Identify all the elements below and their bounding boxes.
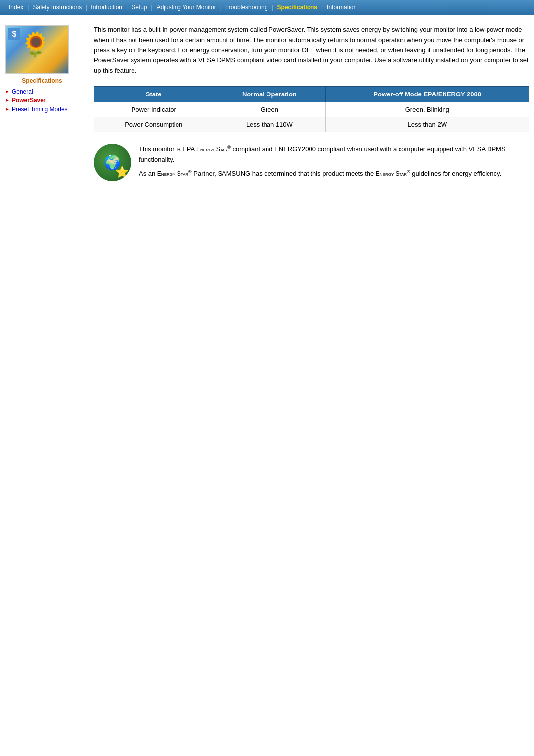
table-cell-1-2: Less than 2W [326,117,529,132]
sidebar-link-preset[interactable]: ► Preset Timing Modes [5,106,79,113]
table-cell-0-1: Green [213,102,326,117]
energy-logo-graphic: 🌍 [94,144,131,181]
sidebar-link-label-preset: Preset Timing Modes [12,106,68,113]
nav-information[interactable]: Information [323,3,360,12]
arrow-icon-preset: ► [5,106,10,112]
nav-index[interactable]: Index [5,3,27,12]
sidebar-link-label-powersaver: PowerSaver [12,97,46,104]
energy-star-section: 🌍 This monitor is EPA Energy Star® compl… [94,144,529,182]
nav-adjusting[interactable]: Adjusting Your Monitor [153,3,220,12]
table-cell-1-0: Power Consumption [94,117,213,132]
sidebar: Specifications ► General ► PowerSaver ► … [5,25,84,182]
sidebar-link-powersaver[interactable]: ► PowerSaver [5,97,79,104]
nav-specifications[interactable]: Specifications [273,3,321,12]
intro-paragraph: This monitor has a built-in power manage… [94,25,529,76]
table-header-poweroff: Power-off Mode EPA/ENERGY 2000 [326,86,529,102]
arrow-icon-powersaver: ► [5,97,10,103]
power-table: State Normal Operation Power-off Mode EP… [94,86,529,132]
table-cell-1-1: Less than 110W [213,117,326,132]
energy-para1: This monitor is EPA Energy Star® complia… [139,144,529,165]
nav-intro[interactable]: Introduction [87,3,126,12]
sidebar-link-general[interactable]: ► General [5,88,79,95]
navigation-bar: Index | Safety Instructions | Introducti… [0,0,534,15]
table-row: Power IndicatorGreenGreen, Blinking [94,102,529,117]
table-header-normal: Normal Operation [213,86,326,102]
table-body: Power IndicatorGreenGreen, BlinkingPower… [94,102,529,132]
table-cell-0-0: Power Indicator [94,102,213,117]
energy-star-text: This monitor is EPA Energy Star® complia… [139,144,529,182]
main-content: This monitor has a built-in power manage… [84,25,529,182]
nav-setup[interactable]: Setup [128,3,151,12]
sidebar-link-label-general: General [12,88,33,95]
arrow-icon-general: ► [5,89,10,94]
energy-star-label-1: Energy Star [196,146,227,153]
energy-para2: As an Energy Star® Partner, SAMSUNG has … [139,168,529,179]
energy-star-label-2: Energy Star [157,170,188,177]
energy-star-label-3: Energy Star [376,170,407,177]
table-cell-0-2: Green, Blinking [326,102,529,117]
sidebar-product-image [5,25,69,74]
table-header-state: State [94,86,213,102]
nav-troubleshooting[interactable]: Troubleshooting [222,3,272,12]
main-layout: Specifications ► General ► PowerSaver ► … [0,15,534,192]
table-row: Power ConsumptionLess than 110WLess than… [94,117,529,132]
energy-star-logo: 🌍 [94,144,131,181]
table-header-row: State Normal Operation Power-off Mode EP… [94,86,529,102]
nav-safety[interactable]: Safety Instructions [29,3,86,12]
sidebar-section-title: Specifications [5,77,79,84]
